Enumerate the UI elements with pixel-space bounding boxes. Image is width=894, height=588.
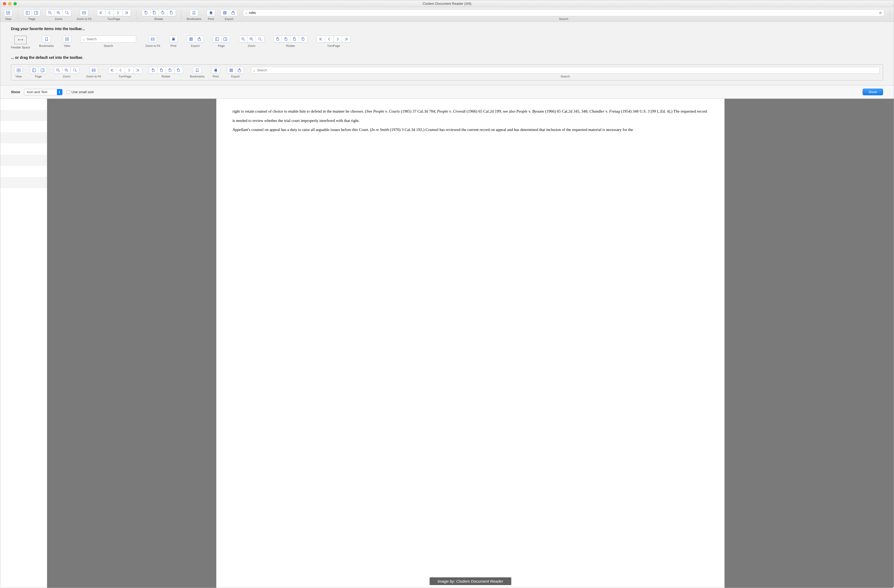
- rotate-label: Rotate: [154, 17, 163, 21]
- search-icon: ⌕: [83, 37, 85, 41]
- bookmarks-label: Bookmarks: [187, 17, 201, 21]
- search-field[interactable]: ⌕ ⊗: [243, 9, 884, 16]
- rotate-3-button[interactable]: [159, 9, 168, 16]
- small-size-label: Use small size: [72, 90, 94, 94]
- rotate-icon: [152, 11, 157, 15]
- first-page-button[interactable]: [97, 9, 105, 16]
- rotate-icon: [301, 37, 305, 42]
- search-icon: ⌕: [245, 11, 248, 15]
- window-close-button[interactable]: [3, 2, 6, 5]
- palette-export[interactable]: Export: [187, 36, 204, 47]
- thumbnail-sidebar[interactable]: [0, 99, 47, 588]
- page-mode-1-button[interactable]: [23, 9, 32, 16]
- palette-bookmarks[interactable]: Bookmarks: [39, 36, 54, 47]
- save-icon: [222, 11, 227, 15]
- last-page-icon: [344, 37, 349, 42]
- zoom-in-icon: [56, 11, 61, 15]
- show-select[interactable]: Icon and Text ▲▼: [24, 89, 62, 95]
- turnpage-label: TurnPage: [107, 17, 120, 21]
- zoom-out-button[interactable]: [46, 9, 54, 16]
- page-left-icon: [215, 37, 219, 42]
- customize-toolbar-panel: Drag your favorite items into the toolba…: [0, 22, 894, 85]
- toolbar-separator: [181, 11, 181, 20]
- window-minimize-button[interactable]: [8, 2, 11, 5]
- toolbar-separator: [18, 11, 18, 20]
- flexible-space-icon: [14, 36, 27, 44]
- next-page-button[interactable]: [114, 9, 122, 16]
- export-share-button[interactable]: [229, 9, 238, 16]
- export-save-button[interactable]: [220, 9, 229, 16]
- rotate-4-button[interactable]: [168, 9, 176, 16]
- palette-view[interactable]: View: [63, 36, 71, 47]
- page-label: Page: [29, 17, 35, 21]
- page-right-icon: [34, 11, 39, 15]
- view-button[interactable]: [4, 9, 12, 16]
- rotate-icon: [284, 37, 288, 42]
- print-icon: [208, 11, 213, 15]
- select-chevron-icon: ▲▼: [57, 89, 62, 95]
- page-mode-2-button[interactable]: [32, 9, 41, 16]
- prev-page-button[interactable]: [105, 9, 114, 16]
- default-set[interactable]: View Page Zoom Zoom to Fit TurnPage Rota…: [11, 64, 883, 80]
- bookmark-icon: [44, 37, 49, 42]
- rotate-icon: [160, 11, 165, 15]
- window-maximize-button[interactable]: [14, 2, 17, 5]
- rotate-icon: [275, 37, 280, 42]
- rotate-1-button[interactable]: [142, 9, 150, 16]
- palette-turnpage[interactable]: TurnPage: [317, 36, 351, 47]
- bookmarks-button[interactable]: [190, 9, 198, 16]
- last-page-button[interactable]: [122, 9, 131, 16]
- print-button[interactable]: [207, 9, 215, 16]
- palette-zoom-to-fit[interactable]: Zoom to Fit: [145, 36, 160, 47]
- palette-zoom[interactable]: Zoom: [239, 36, 264, 47]
- first-page-icon: [319, 37, 323, 42]
- image-caption: Image by: Cisdem Document Reader: [430, 577, 511, 585]
- main-toolbar: View Page Zoom Zoom to Fit: [0, 7, 894, 22]
- first-page-icon: [99, 11, 104, 15]
- rotate-2-button[interactable]: [150, 9, 159, 16]
- show-select-value: Icon and Text: [27, 90, 57, 94]
- small-size-checkbox[interactable]: Use small size: [66, 90, 94, 94]
- palette-search-input: [86, 37, 134, 41]
- export-label: Export: [225, 17, 233, 21]
- view-icon: [6, 11, 11, 15]
- view-label: View: [5, 17, 11, 21]
- zoom-actual-icon: [258, 37, 262, 42]
- app-window: Cisdem Document Reader (3/8) View Page Z…: [0, 0, 894, 588]
- last-page-icon: [124, 11, 129, 15]
- prev-page-icon: [327, 37, 332, 42]
- next-page-icon: [115, 11, 120, 15]
- search-label: Search: [243, 17, 884, 21]
- palette-rotate[interactable]: Rotate: [273, 36, 308, 47]
- palette-search[interactable]: ⌕ Search: [80, 36, 136, 47]
- clear-search-button[interactable]: ⊗: [879, 11, 882, 15]
- prev-page-icon: [107, 11, 112, 15]
- zoom-fit-icon: [150, 37, 155, 42]
- done-button[interactable]: Done: [862, 89, 883, 95]
- print-icon: [171, 37, 176, 42]
- palette-print[interactable]: Print: [169, 36, 178, 47]
- customize-footer: Show Icon and Text ▲▼ Use small size Don…: [0, 85, 894, 99]
- zoom-to-fit-button[interactable]: [80, 9, 88, 16]
- view-icon: [16, 68, 21, 73]
- zoom-out-icon: [241, 37, 246, 42]
- document-area: right to retain counsel of choice to ena…: [0, 99, 894, 588]
- palette-flexible-space[interactable]: Flexible Space: [11, 36, 30, 49]
- zoom-actual-button[interactable]: [63, 9, 71, 16]
- view-icon: [65, 37, 69, 42]
- zoom-actual-icon: [65, 11, 69, 15]
- share-icon: [231, 11, 236, 15]
- zoom-in-icon: [249, 37, 254, 42]
- show-label: Show: [11, 90, 20, 94]
- save-icon: [189, 37, 193, 42]
- title-bar: Cisdem Document Reader (3/8): [0, 0, 894, 7]
- zoom-out-icon: [48, 11, 53, 15]
- zoom-in-button[interactable]: [54, 9, 63, 16]
- rotate-icon: [169, 11, 174, 15]
- page-viewport[interactable]: right to retain counsel of choice to ena…: [47, 99, 894, 588]
- document-page: right to retain counsel of choice to ena…: [216, 99, 724, 588]
- customize-heading-2: ... or drag the default set into the too…: [11, 55, 883, 60]
- search-input[interactable]: [249, 11, 877, 15]
- palette-page[interactable]: Page: [213, 36, 230, 47]
- zoom-label: Zoom: [55, 17, 62, 21]
